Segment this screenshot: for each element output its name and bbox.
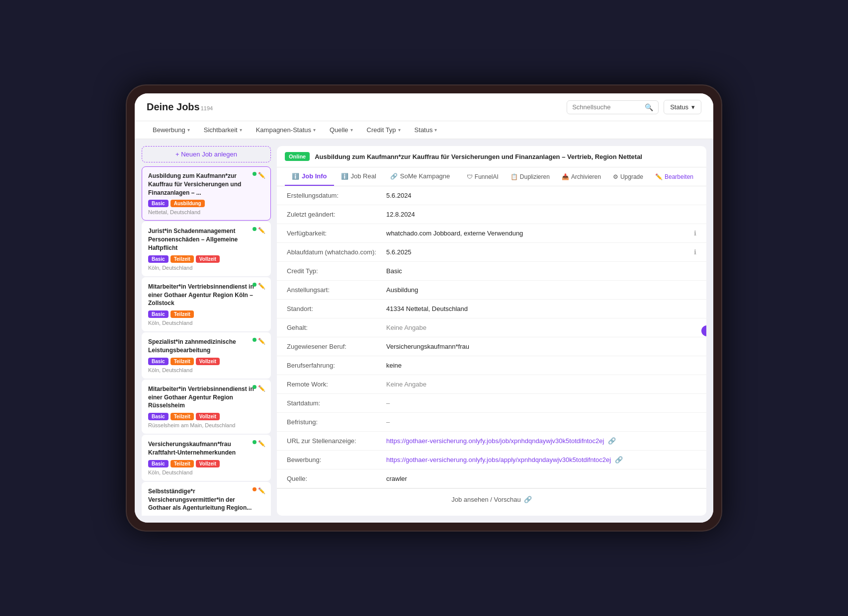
detail-tabs: ℹ️ Job Info ℹ️ Job Real 🔗 SoMe Kampagne <box>277 167 706 186</box>
job-item[interactable]: Versicherungskaufmann*frau Kraftfahrt-Un… <box>142 435 271 481</box>
job-item[interactable]: Selbstständige*r Versicherungsvermittler… <box>142 482 271 516</box>
info-row-ablaufdatum: Ablaufdatum (whatchado.com): 5.6.2025 ℹ <box>277 243 706 262</box>
edit-icon[interactable]: ✏️ <box>258 385 265 392</box>
external-link-icon: 🔗 <box>615 456 623 463</box>
nav-item-kampagnen[interactable]: Kampagnen-Status ▾ <box>250 121 322 139</box>
tag-basic: Basic <box>148 358 169 365</box>
job-preview-link[interactable]: Job ansehen / Vorschau 🔗 <box>277 488 706 510</box>
gear-icon: ⚙ <box>613 173 618 180</box>
search-box[interactable]: 🔍 <box>567 100 659 114</box>
status-indicator <box>253 172 256 176</box>
job-item-title: Selbstständige*r Versicherungsvermittler… <box>148 487 264 512</box>
nav-item-bewerbung[interactable]: Bewerbung ▾ <box>147 121 196 139</box>
job-item-tags: Basic Teilzeit Vollzeit <box>148 358 264 365</box>
job-item-location: Köln, Deutschland <box>148 265 264 271</box>
detail-header: Online Ausbildung zum Kaufmann*zur Kauff… <box>277 146 706 167</box>
detail-panel: › Online Ausbildung zum Kaufmann*zur Kau… <box>277 146 706 516</box>
tab-some-kampagne[interactable]: 🔗 SoMe Kampagne <box>383 167 457 186</box>
edit-icon[interactable]: ✏️ <box>258 338 265 345</box>
tag-basic: Basic <box>148 310 169 318</box>
job-item[interactable]: Mitarbeiter*in Vertriebsinnendienst in e… <box>142 277 271 331</box>
info-row-erstellungsdatum: Erstellungsdatum: 5.6.2024 <box>277 186 706 205</box>
main-content: + Neuen Job anlegen Ausbildung zum Kaufm… <box>135 139 713 523</box>
bewerbung-link[interactable]: https://gothaer-versicherung.onlyfy.jobs… <box>386 456 611 463</box>
job-item[interactable]: Spezialist*in zahnmedizinische Leistungs… <box>142 332 271 379</box>
external-link-icon: 🔗 <box>608 437 616 445</box>
stellenanzeige-link[interactable]: https://gothaer-versicherung.onlyfy.jobs… <box>386 437 604 445</box>
info-icon: ℹ <box>694 230 696 237</box>
info-row-geaendert: Zuletzt geändert: 12.8.2024 <box>277 205 706 224</box>
external-link-icon: 🔗 <box>524 496 532 503</box>
search-input[interactable] <box>572 103 642 111</box>
tag-basic: Basic <box>148 413 169 420</box>
sidebar: + Neuen Job anlegen Ausbildung zum Kaufm… <box>142 146 271 516</box>
tag-teilzeit: Teilzeit <box>170 255 194 263</box>
job-item-title: Mitarbeiter*in Vertriebsinnendienst in e… <box>148 283 264 308</box>
nav-bar: Bewerbung ▾ Sichtbarkeit ▾ Kampagnen-Sta… <box>135 121 713 139</box>
tag-teilzeit: Teilzeit <box>170 310 194 318</box>
job-item[interactable]: Ausbildung zum Kaufmann*zur Kauffrau für… <box>142 166 271 221</box>
tag-vollzeit: Vollzeit <box>196 460 220 467</box>
chevron-down-icon: ▾ <box>398 127 401 133</box>
edit-icon[interactable]: ✏️ <box>258 487 265 494</box>
link-icon: 🔗 <box>390 173 398 180</box>
job-item-tags: Basic Teilzeit Vollzeit <box>148 460 264 467</box>
job-item-tags: Basic Teilzeit Vollzeit <box>148 255 264 263</box>
archivieren-button[interactable]: 📥 Archivieren <box>557 170 606 183</box>
job-item[interactable]: Mitarbeiter*in Vertriebsinnendienst in e… <box>142 380 271 434</box>
nav-item-credit[interactable]: Credit Typ ▾ <box>361 121 407 139</box>
detail-job-title: Ausbildung zum Kaufmann*zur Kauffrau für… <box>315 153 698 160</box>
nav-item-sichtbarkeit[interactable]: Sichtbarkeit ▾ <box>198 121 248 139</box>
tag-basic: Basic <box>148 200 169 207</box>
job-list: Ausbildung zum Kaufmann*zur Kauffrau für… <box>142 166 271 516</box>
chevron-down-icon: ▾ <box>434 127 437 133</box>
edit-icon[interactable]: ✏️ <box>258 440 265 447</box>
tab-job-info[interactable]: ℹ️ Job Info <box>285 167 334 186</box>
info-icon: ℹ️ <box>341 173 348 180</box>
job-item-location: Köln, Deutschland <box>148 367 264 373</box>
app-container: Deine Jobs 1194 🔍 Status ▾ Bewerbung ▾ <box>135 93 713 523</box>
chevron-down-icon: ▾ <box>691 103 695 111</box>
job-item-title: Spezialist*in zahnmedizinische Leistungs… <box>148 338 264 355</box>
tag-vollzeit: Vollzeit <box>196 255 220 263</box>
upgrade-button[interactable]: ⚙ Upgrade <box>608 170 648 183</box>
info-icon: ℹ️ <box>292 173 299 180</box>
nav-item-status[interactable]: Status ▾ <box>409 121 443 139</box>
status-indicator <box>253 283 256 287</box>
app-header: Deine Jobs 1194 🔍 Status ▾ <box>135 93 713 121</box>
bearbeiten-button[interactable]: ✏️ Bearbeiten <box>650 170 698 183</box>
edit-icon[interactable]: ✏️ <box>258 283 265 290</box>
tag-vollzeit: Vollzeit <box>196 413 220 420</box>
chevron-down-icon: ▾ <box>350 127 353 133</box>
chevron-down-icon: ▾ <box>313 127 316 133</box>
tab-actions: 🛡 FunnelAI 📋 Duplizieren 📥 Archivieren <box>462 170 698 183</box>
tag-vollzeit: Vollzeit <box>196 358 220 365</box>
funnel-ai-button[interactable]: 🛡 FunnelAI <box>462 170 504 183</box>
new-job-button[interactable]: + Neuen Job anlegen <box>142 146 271 162</box>
job-item-title: Ausbildung zum Kaufmann*zur Kauffrau für… <box>148 172 264 197</box>
job-item-location: Rüsselsheim am Main, Deutschland <box>148 422 264 428</box>
job-item[interactable]: Jurist*in Schadenmanagement Personenschä… <box>142 222 271 276</box>
job-item-location: Köln, Deutschland <box>148 469 264 475</box>
tag-teilzeit: Teilzeit <box>170 460 194 467</box>
app-title: Deine Jobs 1194 <box>147 101 213 113</box>
duplizieren-button[interactable]: 📋 Duplizieren <box>506 170 555 183</box>
job-item-title: Jurist*in Schadenmanagement Personenschä… <box>148 227 264 252</box>
tag-ausbildung: Ausbildung <box>170 200 205 207</box>
edit-icon[interactable]: ✏️ <box>258 172 265 179</box>
info-row-gehalt: Gehalt: Keine Angabe <box>277 318 706 337</box>
job-item-location: Nettetal, Deutschland <box>148 209 264 215</box>
status-indicator <box>253 385 256 389</box>
status-dropdown[interactable]: Status ▾ <box>664 100 701 114</box>
edit-icon[interactable]: ✏️ <box>258 227 265 234</box>
job-item-title: Versicherungskaufmann*frau Kraftfahrt-Un… <box>148 440 264 457</box>
info-row-berufserfahrung: Berufserfahrung: keine <box>277 356 706 375</box>
header-right: 🔍 Status ▾ <box>567 100 701 114</box>
info-row-verfuegbarkeit: Verfügbarkeit: whatchado.com Jobboard, e… <box>277 224 706 243</box>
nav-item-quelle[interactable]: Quelle ▾ <box>324 121 359 139</box>
status-indicator <box>253 487 256 491</box>
archive-icon: 📥 <box>562 173 569 180</box>
info-row-anstellungsart: Anstellungsart: Ausbildung <box>277 281 706 300</box>
tab-job-real[interactable]: ℹ️ Job Real <box>334 167 383 186</box>
tag-teilzeit: Teilzeit <box>170 358 194 365</box>
